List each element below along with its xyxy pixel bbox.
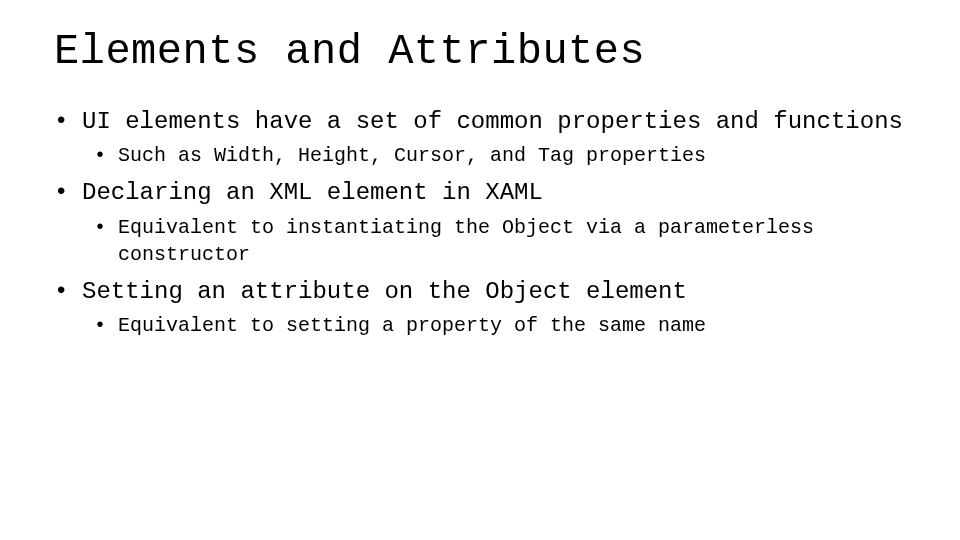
bullet-text: Such as Width, Height, Cursor, and Tag p… [118,142,906,169]
bullet-text: UI elements have a set of common propert… [82,106,906,138]
slide-title: Elements and Attributes [54,28,906,76]
bullet-icon [54,106,82,138]
bullet-icon [54,177,82,209]
bullet-icon [94,214,118,268]
bullet-icon [54,276,82,308]
bullet-item: Such as Width, Height, Cursor, and Tag p… [94,142,906,169]
bullet-text: Declaring an XML element in XAML [82,177,906,209]
bullet-item: Declaring an XML element in XAML [54,177,906,209]
bullet-text: Equivalent to instantiating the Object v… [118,214,906,268]
bullet-icon [94,142,118,169]
bullet-text: Setting an attribute on the Object eleme… [82,276,906,308]
bullet-item: Equivalent to setting a property of the … [94,312,906,339]
slide-body: UI elements have a set of common propert… [54,106,906,339]
bullet-text: Equivalent to setting a property of the … [118,312,906,339]
bullet-item: Setting an attribute on the Object eleme… [54,276,906,308]
bullet-item: UI elements have a set of common propert… [54,106,906,138]
bullet-icon [94,312,118,339]
bullet-item: Equivalent to instantiating the Object v… [94,214,906,268]
slide: Elements and Attributes UI elements have… [0,0,960,540]
